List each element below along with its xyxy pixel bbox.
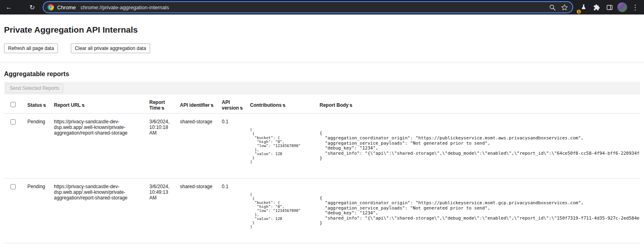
search-icon[interactable] xyxy=(547,2,558,12)
row-checkbox[interactable] xyxy=(10,119,16,124)
chrome-logo-icon xyxy=(47,4,54,10)
status-cell: Pending xyxy=(23,178,50,243)
column-header-api-identifier[interactable]: API identifier⇅ xyxy=(176,97,218,114)
contributions-cell: [ { "bucket": { "high": "0", "low": "123… xyxy=(246,114,316,178)
table-header-row: Status⇅ Report URL⇅ Report Time⇅ API ide… xyxy=(4,97,640,114)
side-panel-icon[interactable] xyxy=(604,2,615,13)
extension-action-icon[interactable]: 1 xyxy=(578,2,589,13)
section-title: Aggregatable reports xyxy=(4,71,644,78)
aggregatable-reports-table: Status⇅ Report URL⇅ Report Time⇅ API ide… xyxy=(4,97,640,243)
sort-icon: ⇅ xyxy=(161,106,165,110)
url-text: chrome://private-aggregation-internals xyxy=(80,4,547,10)
report-url-cell: https://privacy-sandcastle-dev-dsp.web.a… xyxy=(50,114,145,178)
column-header-report-url[interactable]: Report URL⇅ xyxy=(50,97,145,114)
browser-toolbar: ← ↻ Chrome chrome://private-aggregation-… xyxy=(0,0,644,15)
column-header-api-version[interactable]: API version⇅ xyxy=(218,97,246,114)
select-all-cell xyxy=(4,97,23,114)
kebab-menu-icon[interactable]: ⋮ xyxy=(630,2,641,13)
report-body-cell: { "aggregation_coordinator_origin": "htt… xyxy=(316,178,640,243)
reload-icon[interactable]: ↻ xyxy=(27,2,38,13)
extensions-puzzle-icon[interactable] xyxy=(591,2,602,13)
address-bar[interactable]: Chrome chrome://private-aggregation-inte… xyxy=(43,2,572,12)
send-selected-reports-button[interactable]: Send Selected Reports xyxy=(6,83,63,93)
report-body-json: { "aggregation_coordinator_origin": "htt… xyxy=(320,196,638,226)
reports-toolbar: Send Selected Reports xyxy=(4,82,640,95)
report-body-cell: { "aggregation_coordinator_origin": "htt… xyxy=(316,114,640,178)
report-time-cell: 3/6/2024, 10:10:18 AM xyxy=(145,114,176,178)
sort-icon: ⇅ xyxy=(82,104,85,108)
status-cell: Pending xyxy=(23,114,50,178)
row-checkbox[interactable] xyxy=(10,184,16,189)
report-body-json: { "aggregation_coordinator_origin": "htt… xyxy=(320,131,638,161)
page-title: Private Aggregation API Internals xyxy=(4,25,644,35)
site-label: Chrome xyxy=(57,4,76,10)
refresh-all-button[interactable]: Refresh all page data xyxy=(4,44,58,53)
api-identifier-cell: shared-storage xyxy=(176,178,218,243)
api-identifier-cell: shared-storage xyxy=(176,114,218,178)
column-header-report-body[interactable]: Report Body⇅ xyxy=(316,97,640,114)
sort-icon: ⇅ xyxy=(211,104,214,108)
table-row: Pending https://privacy-sandcastle-dev-d… xyxy=(4,178,640,243)
select-all-checkbox[interactable] xyxy=(10,102,16,107)
report-url-cell: https://privacy-sandcastle-dev-dsp.web.a… xyxy=(50,178,145,243)
api-version-cell: 0.1 xyxy=(218,178,246,243)
bookmark-star-icon[interactable] xyxy=(559,2,570,12)
column-header-report-time[interactable]: Report Time⇅ xyxy=(145,97,176,114)
section-divider xyxy=(0,62,644,62)
profile-avatar[interactable] xyxy=(617,2,627,12)
clear-all-button[interactable]: Clear all private aggregation data xyxy=(71,44,150,53)
contributions-cell: [ { "bucket": { "high": "0", "low": "123… xyxy=(246,178,316,243)
report-time-cell: 3/6/2024, 10:49:13 AM xyxy=(145,178,176,243)
column-header-contributions[interactable]: Contributions⇅ xyxy=(246,97,316,114)
sort-icon: ⇅ xyxy=(349,104,353,108)
sort-icon: ⇅ xyxy=(43,104,46,108)
sort-icon: ⇅ xyxy=(283,104,286,108)
table-row: Pending https://privacy-sandcastle-dev-d… xyxy=(4,114,640,178)
column-header-status[interactable]: Status⇅ xyxy=(23,97,50,114)
row-checkbox-cell xyxy=(4,114,23,178)
toolbar-right-cluster: 1 ⋮ xyxy=(578,2,641,13)
sort-icon: ⇅ xyxy=(240,106,243,110)
api-version-cell: 0.1 xyxy=(218,114,246,178)
page-actions: Refresh all page data Clear all private … xyxy=(4,44,644,53)
extension-badge: 1 xyxy=(576,9,581,14)
row-checkbox-cell xyxy=(4,178,23,243)
contributions-json: [ { "bucket": { "high": "0", "low": "123… xyxy=(250,193,314,229)
contributions-json: [ { "bucket": { "high": "0", "low": "123… xyxy=(250,128,314,164)
back-icon[interactable]: ← xyxy=(3,2,14,13)
